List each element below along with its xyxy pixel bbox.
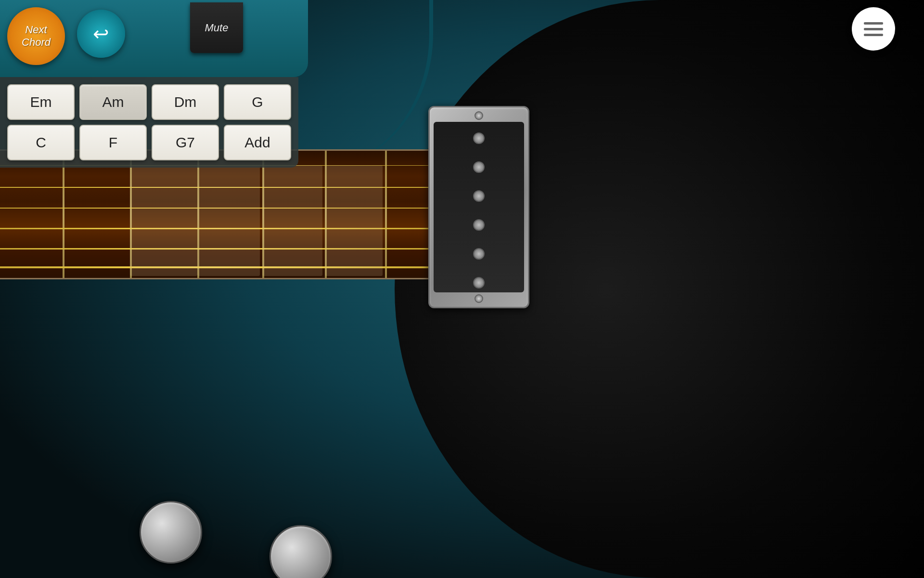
chord-g-button[interactable]: G [224,84,291,120]
chord-grid: Em Am Dm G C F G7 Add [0,77,298,168]
tuning-peg-1 [140,501,202,564]
pickup-pole-1 [473,132,485,144]
fret-marker-4 [325,165,383,276]
pickup-pole-4 [473,219,485,231]
mute-label: Mute [205,22,229,34]
hamburger-line-2 [864,28,883,30]
tuning-peg-2 [270,525,332,578]
pickup-screw-bottom [475,294,483,303]
next-chord-button[interactable]: NextChord [7,7,65,65]
chord-am-button[interactable]: Am [79,84,147,120]
pickup-pole-3 [473,190,485,202]
pickup-pole-6 [473,277,485,289]
chord-f-button[interactable]: F [79,125,147,160]
pickup-body [434,122,524,292]
chord-g7-button[interactable]: G7 [152,125,219,160]
mute-button[interactable]: Mute [190,2,243,53]
peg-body-1 [140,501,202,564]
hamburger-line-3 [864,34,883,36]
fret-marker-1 [130,165,197,276]
peg-body-2 [270,525,332,578]
fret-line-6 [385,151,387,278]
fret-marker-2 [197,165,260,276]
next-chord-label: NextChord [22,24,51,49]
guitar-pickup [428,106,529,308]
chord-c-button[interactable]: C [7,125,75,160]
back-arrow-icon: ↩ [93,24,109,43]
fret-line-1 [63,151,64,278]
hamburger-menu-button[interactable] [852,7,895,51]
chord-dm-button[interactable]: Dm [152,84,219,120]
hamburger-line-1 [864,22,883,25]
chord-em-button[interactable]: Em [7,84,75,120]
pickup-screw-top [475,111,483,120]
fret-marker-3 [262,165,322,276]
back-button[interactable]: ↩ [77,10,125,58]
chord-add-button[interactable]: Add [224,125,291,160]
fretboard [0,149,433,279]
pickup-pole-2 [473,161,485,173]
pickup-pole-5 [473,248,485,260]
